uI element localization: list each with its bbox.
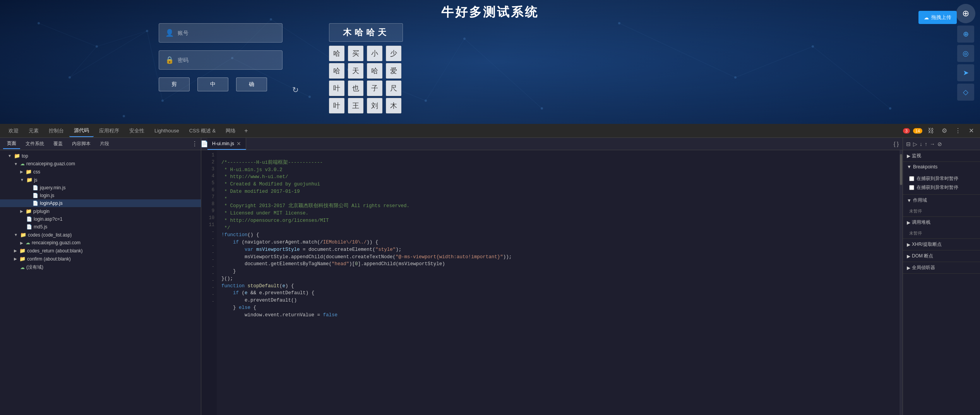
file-icon-tab[interactable]: 📄 xyxy=(201,138,207,150)
tree-item-domain[interactable]: ▼ ☁ rencaiceping.guazi.com xyxy=(0,160,201,168)
devtools-panel: 欢迎 元素 控制台 源代码 应用程序 安全性 Lighthouse CSS 概述… xyxy=(0,124,980,415)
global-header[interactable]: ▶ 全局侦听器 xyxy=(903,262,980,273)
devtools-settings-icon[interactable]: ⚙ xyxy=(939,126,949,135)
folder-icon: 📁 xyxy=(19,256,26,262)
svg-line-29 xyxy=(813,46,890,108)
upload-label: 拖拽上传 xyxy=(931,14,951,21)
step-icon[interactable]: → xyxy=(930,141,935,147)
captcha-refresh-button[interactable]: ↻ xyxy=(292,85,299,94)
catch-error-1-checkbox[interactable] xyxy=(909,176,914,181)
captcha-cell-8[interactable]: 叶 xyxy=(329,81,344,96)
tree-item-loginasp[interactable]: 📄 login.asp?c=1 xyxy=(0,215,201,223)
code-content[interactable]: /*----------H-ui前端框架------------ * H-ui.… xyxy=(217,150,899,415)
catch-error-2-checkbox[interactable] xyxy=(909,185,914,190)
captcha-cell-0[interactable]: 哈 xyxy=(329,46,344,61)
left-tab-snippets[interactable]: 片段 xyxy=(96,139,113,149)
svg-point-14 xyxy=(123,115,125,117)
call-stack-header[interactable]: ▶ 调用堆栈 xyxy=(903,217,980,228)
breakpoints-header[interactable]: ▼ Breakpoints xyxy=(903,162,980,172)
toolbar-btn-4[interactable]: ◇ xyxy=(957,84,974,101)
add-tab-button[interactable]: + xyxy=(241,126,251,136)
captcha-cell-1[interactable]: 买 xyxy=(348,46,363,61)
scrollbar-thumb[interactable] xyxy=(900,154,902,185)
lock-icon: 🔒 xyxy=(165,56,174,64)
tab-network[interactable]: 网络 xyxy=(221,125,240,137)
confirm-button[interactable]: 确 xyxy=(236,77,267,91)
username-input[interactable] xyxy=(178,30,276,36)
file-icon: 📄 xyxy=(33,193,38,198)
deactivate-bp-icon[interactable]: ⊘ xyxy=(937,141,942,147)
file-icon: 📄 xyxy=(26,224,32,230)
tree-item-codes-return[interactable]: ▶ 📁 codes_return (about:blank) xyxy=(0,247,201,255)
tree-item-confirm[interactable]: ▶ 📁 confirm (about:blank) xyxy=(0,255,201,263)
captcha-cell-12[interactable]: 叶 xyxy=(329,98,344,113)
toolbar-btn-2[interactable]: ◎ xyxy=(957,45,974,62)
tree-label: confirm (about:blank) xyxy=(27,256,71,262)
tree-item-jquery[interactable]: 📄 jquery.min.js xyxy=(0,184,201,192)
tree-item-md5[interactable]: 📄 md5.js xyxy=(0,223,201,231)
tree-item-js[interactable]: ▼ 📁 js xyxy=(0,176,201,184)
tab-elements[interactable]: 元素 xyxy=(24,125,43,137)
toolbar-btn-1[interactable]: ⊕ xyxy=(957,26,974,43)
tree-item-top[interactable]: ▼ 📁 top xyxy=(0,152,201,160)
captcha-cell-14[interactable]: 刘 xyxy=(367,98,382,113)
tree-item-loginapp[interactable]: 📄 loginApp.js xyxy=(0,199,201,207)
captcha-cell-13[interactable]: 王 xyxy=(348,98,363,113)
captcha-cell-5[interactable]: 天 xyxy=(348,63,363,79)
resume-icon[interactable]: ▷ xyxy=(913,141,917,147)
left-tab-filesystem[interactable]: 文件系统 xyxy=(22,139,48,149)
editor-tab-close[interactable]: ✕ xyxy=(236,141,241,147)
captcha-cell-4[interactable]: 哈 xyxy=(329,63,344,79)
password-input-wrapper: 🔒 xyxy=(159,50,283,70)
left-panel-menu-button[interactable]: ⋮ xyxy=(192,140,198,147)
tab-welcome[interactable]: 欢迎 xyxy=(4,125,23,137)
tab-security[interactable]: 安全性 xyxy=(125,125,149,137)
captcha-cell-11[interactable]: 尺 xyxy=(386,81,401,96)
captcha-cell-2[interactable]: 小 xyxy=(367,46,382,61)
format-code-button[interactable]: { } xyxy=(890,141,903,147)
scrollbar[interactable] xyxy=(899,150,903,415)
captcha-cell-3[interactable]: 少 xyxy=(386,46,401,61)
tab-console[interactable]: 控制台 xyxy=(44,125,69,137)
password-input[interactable] xyxy=(178,57,276,63)
dom-header[interactable]: ▶ DOM 断点 xyxy=(903,250,980,262)
left-tab-page[interactable]: 页面 xyxy=(3,139,20,149)
tree-item-domain-nested[interactable]: ▶ ☁ rencaiceping.guazi.com xyxy=(0,239,201,247)
tree-item-login-js[interactable]: 📄 login.js xyxy=(0,192,201,199)
global-expand-icon: ▶ xyxy=(907,265,910,271)
cut-button[interactable]: 剪 xyxy=(159,77,190,91)
captcha-cell-7[interactable]: 爱 xyxy=(386,63,401,79)
tab-sources[interactable]: 源代码 xyxy=(69,125,94,137)
upload-button[interactable]: ☁ 拖拽上传 xyxy=(918,11,957,24)
tree-item-css[interactable]: ▶ 📁 css xyxy=(0,168,201,176)
left-tab-overrides[interactable]: 覆盖 xyxy=(50,139,67,149)
captcha-grid: 哈 买 小 少 哈 天 哈 爱 叶 也 子 尺 叶 王 刘 木 xyxy=(329,46,403,113)
captcha-cell-9[interactable]: 也 xyxy=(348,81,363,96)
xhr-header[interactable]: ▶ XHR/提取断点 xyxy=(903,239,980,250)
left-tab-content-scripts[interactable]: 内容脚本 xyxy=(68,139,94,149)
captcha-cell-15[interactable]: 木 xyxy=(386,98,401,113)
captcha-display: 木哈哈天 xyxy=(329,23,403,42)
tab-lighthouse[interactable]: Lighthouse xyxy=(150,125,184,136)
editor-tab-hui[interactable]: H-ui.min.js ✕ xyxy=(207,138,246,150)
step-out-icon[interactable]: ↑ xyxy=(925,141,927,147)
tab-application[interactable]: 应用程序 xyxy=(94,125,124,137)
monitor-header[interactable]: ▶ 监视 xyxy=(903,150,980,161)
captcha-cell-10[interactable]: 子 xyxy=(367,81,382,96)
step-into-icon[interactable]: ↓ xyxy=(920,141,922,147)
tree-item-codes[interactable]: ▼ 📁 codes (code_list.asp) xyxy=(0,231,201,239)
toolbar-btn-3[interactable]: ➤ xyxy=(957,64,974,81)
devtools-more-icon[interactable]: ⋮ xyxy=(953,126,963,135)
tree-item-no-domain[interactable]: ☁ (没有域) xyxy=(0,263,201,272)
captcha-cell-6[interactable]: 哈 xyxy=(367,63,382,79)
scope-header[interactable]: ▼ 作用域 xyxy=(903,195,980,206)
tab-css[interactable]: CSS 概述 & xyxy=(185,125,221,137)
middle-button[interactable]: 中 xyxy=(197,77,228,91)
tree-item-pplugin[interactable]: ▶ 📁 p/plugin xyxy=(0,207,201,215)
devtools-close-icon[interactable]: ✕ xyxy=(966,126,976,135)
svg-point-13 xyxy=(889,107,891,110)
settings-connect-icon[interactable]: ⛓ xyxy=(925,127,936,135)
step-over-icon[interactable]: ⊟ xyxy=(906,141,911,147)
svg-point-4 xyxy=(146,30,148,32)
scope-label: 作用域 xyxy=(913,197,927,204)
